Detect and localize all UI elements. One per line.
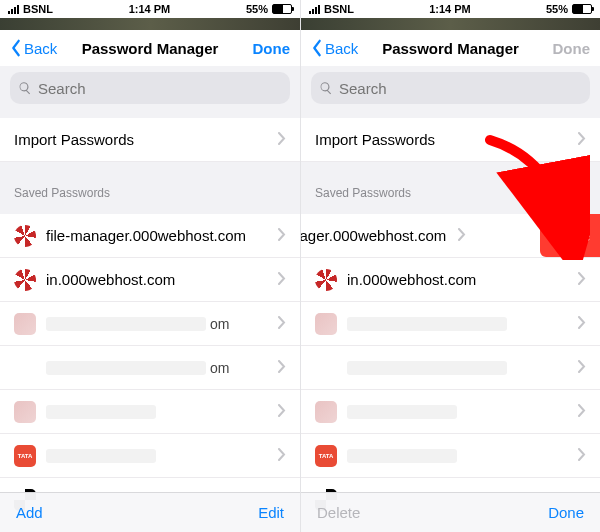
back-button[interactable]: Back bbox=[10, 39, 57, 57]
cell-label: Import Passwords bbox=[315, 131, 435, 148]
nav-bar: Back Password Manager Done bbox=[301, 30, 600, 66]
chevron-right-icon bbox=[278, 315, 286, 332]
list-item[interactable]: om bbox=[0, 346, 300, 390]
import-passwords-row[interactable]: Import Passwords bbox=[0, 118, 300, 162]
carrier-label: BSNL bbox=[324, 3, 354, 15]
site-label-redacted bbox=[46, 449, 156, 463]
site-icon: TATA bbox=[315, 445, 337, 467]
chevron-right-icon bbox=[278, 447, 286, 464]
done-toolbar-button[interactable]: Done bbox=[548, 504, 584, 521]
section-header: Saved Passwords bbox=[301, 170, 600, 206]
search-field[interactable] bbox=[311, 72, 590, 104]
delete-swipe-button[interactable]: Delete bbox=[540, 214, 600, 257]
signal-icon bbox=[8, 5, 19, 14]
nav-bar: Back Password Manager Done bbox=[0, 30, 300, 66]
bottom-toolbar: Add Edit bbox=[0, 492, 300, 532]
chevron-right-icon bbox=[578, 447, 586, 464]
site-icon: TATA bbox=[14, 445, 36, 467]
signal-icon bbox=[309, 5, 320, 14]
site-label-redacted bbox=[347, 317, 507, 331]
site-label: in.000webhost.com bbox=[347, 271, 476, 288]
search-input[interactable] bbox=[38, 80, 282, 97]
edit-button[interactable]: Edit bbox=[258, 504, 284, 521]
chevron-right-icon bbox=[278, 403, 286, 420]
battery-icon bbox=[572, 4, 592, 14]
battery-icon bbox=[272, 4, 292, 14]
chevron-right-icon bbox=[458, 227, 466, 244]
search-field[interactable] bbox=[10, 72, 290, 104]
chevron-right-icon bbox=[278, 271, 286, 288]
chevron-right-icon bbox=[578, 359, 586, 376]
done-button[interactable]: Done bbox=[253, 40, 291, 57]
back-button[interactable]: Back bbox=[311, 39, 358, 57]
password-list: e-manager.000webhost.com Delete in.000we… bbox=[301, 214, 600, 522]
content-scroller[interactable]: Import Passwords Saved Passwords file-ma… bbox=[0, 110, 300, 532]
site-label: e-manager.000webhost.com bbox=[301, 227, 446, 244]
site-icon bbox=[315, 313, 337, 335]
delete-button[interactable]: Delete bbox=[317, 504, 360, 521]
site-label-redacted bbox=[347, 405, 457, 419]
add-button[interactable]: Add bbox=[16, 504, 43, 521]
list-item[interactable]: file-manager.000webhost.com bbox=[0, 214, 300, 258]
site-icon bbox=[14, 269, 36, 291]
site-icon bbox=[14, 313, 36, 335]
clock: 1:14 PM bbox=[429, 3, 471, 15]
wallpaper-strip bbox=[301, 18, 600, 30]
chevron-right-icon bbox=[578, 315, 586, 332]
site-label-redacted bbox=[347, 361, 507, 375]
site-label-redacted bbox=[46, 361, 206, 375]
list-item[interactable] bbox=[0, 390, 300, 434]
site-icon bbox=[315, 357, 337, 379]
done-button[interactable]: Done bbox=[553, 40, 591, 57]
site-label-redacted bbox=[46, 317, 206, 331]
site-icon bbox=[14, 225, 36, 247]
content-scroller[interactable]: Import Passwords Saved Passwords e-manag… bbox=[301, 110, 600, 532]
site-icon bbox=[315, 269, 337, 291]
list-item[interactable]: TATA bbox=[0, 434, 300, 478]
list-item[interactable] bbox=[301, 390, 600, 434]
list-item[interactable] bbox=[301, 346, 600, 390]
search-icon bbox=[18, 81, 32, 95]
clock: 1:14 PM bbox=[129, 3, 171, 15]
site-icon bbox=[315, 401, 337, 423]
password-list: file-manager.000webhost.com in.000webhos… bbox=[0, 214, 300, 522]
import-passwords-row[interactable]: Import Passwords bbox=[301, 118, 600, 162]
search-input[interactable] bbox=[339, 80, 582, 97]
list-item[interactable]: TATA bbox=[301, 434, 600, 478]
chevron-right-icon bbox=[578, 403, 586, 420]
status-bar: BSNL 1:14 PM 55% bbox=[0, 0, 300, 18]
chevron-right-icon bbox=[278, 227, 286, 244]
site-label: in.000webhost.com bbox=[46, 271, 175, 288]
battery-pct: 55% bbox=[546, 3, 568, 15]
chevron-right-icon bbox=[278, 359, 286, 376]
site-label-redacted bbox=[347, 449, 457, 463]
carrier-label: BSNL bbox=[23, 3, 53, 15]
chevron-right-icon bbox=[578, 131, 586, 148]
list-item[interactable]: in.000webhost.com bbox=[0, 258, 300, 302]
site-icon bbox=[14, 357, 36, 379]
chevron-left-icon bbox=[311, 39, 323, 57]
status-bar: BSNL 1:14 PM 55% bbox=[301, 0, 600, 18]
phone-left: BSNL 1:14 PM 55% Back Password Manager D… bbox=[0, 0, 300, 532]
phone-right: BSNL 1:14 PM 55% Back Password Manager D… bbox=[300, 0, 600, 532]
list-item[interactable] bbox=[301, 302, 600, 346]
wallpaper-strip bbox=[0, 18, 300, 30]
chevron-right-icon bbox=[578, 271, 586, 288]
section-header: Saved Passwords bbox=[0, 170, 300, 206]
battery-pct: 55% bbox=[246, 3, 268, 15]
list-item[interactable]: in.000webhost.com bbox=[301, 258, 600, 302]
chevron-right-icon bbox=[278, 131, 286, 148]
list-item[interactable]: om bbox=[0, 302, 300, 346]
site-label-redacted bbox=[46, 405, 156, 419]
bottom-toolbar: Delete Done bbox=[301, 492, 600, 532]
site-label: file-manager.000webhost.com bbox=[46, 227, 246, 244]
list-item-swiped[interactable]: e-manager.000webhost.com Delete bbox=[301, 214, 600, 258]
cell-label: Import Passwords bbox=[14, 131, 134, 148]
chevron-left-icon bbox=[10, 39, 22, 57]
site-icon bbox=[14, 401, 36, 423]
search-icon bbox=[319, 81, 333, 95]
